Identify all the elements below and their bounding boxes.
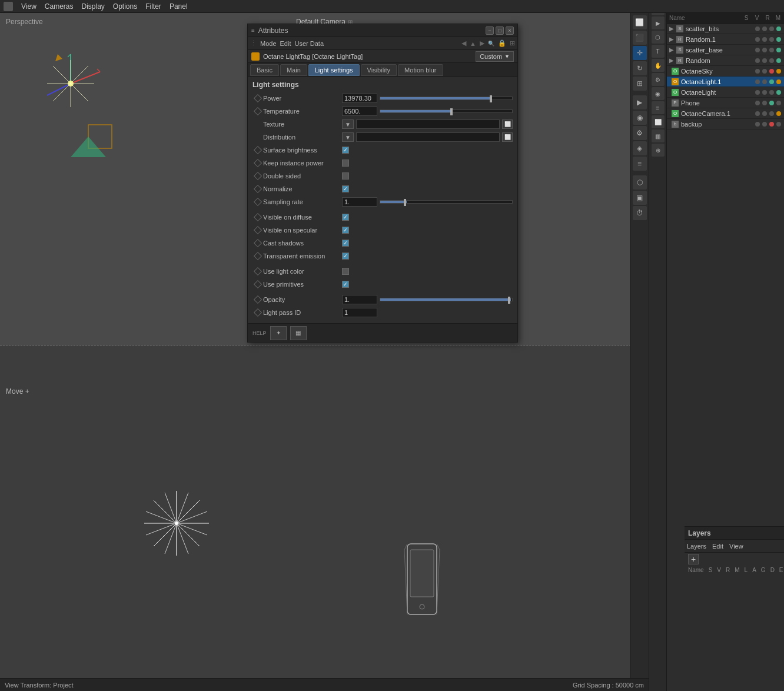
- scene-item-octanecamera1[interactable]: O OctaneCamera.1: [667, 108, 784, 119]
- menu-display[interactable]: Display: [81, 2, 104, 11]
- prop-label-visible-diffuse: Visible on diffuse: [263, 214, 340, 221]
- tool-icon-camera2[interactable]: ◉: [633, 111, 647, 125]
- attr-menu-mode[interactable]: Mode: [260, 40, 277, 47]
- attr-nav-forward[interactable]: ▶: [480, 39, 484, 47]
- tab-main[interactable]: Main: [280, 64, 307, 76]
- tab-light-settings[interactable]: Light settings: [308, 64, 360, 76]
- menu-panel[interactable]: Panel: [170, 2, 188, 11]
- scene-item-octanesky[interactable]: O OctaneSky: [667, 66, 784, 77]
- menu-view[interactable]: View: [21, 2, 36, 11]
- prop-value-sampling-rate[interactable]: 1.: [342, 197, 377, 207]
- prop-checkbox-normalize[interactable]: [342, 185, 349, 192]
- rp-icon-2[interactable]: ▶: [652, 16, 665, 29]
- tool-icon-settings2[interactable]: ⚙: [633, 126, 647, 140]
- tool-icon-scene[interactable]: ⬡: [633, 175, 647, 190]
- prop-slider-sampling-rate[interactable]: [380, 200, 513, 204]
- svg-line-30: [146, 511, 177, 523]
- prop-row-surface-brightness: Surface brightness: [253, 144, 513, 156]
- scene-item-octanelight[interactable]: O OctaneLight: [667, 87, 784, 98]
- tool-icon-scale[interactable]: ⊞: [633, 77, 647, 91]
- attr-nav-up[interactable]: ▲: [470, 40, 476, 47]
- prop-checkbox-double-sided[interactable]: [342, 172, 349, 180]
- tool-icon-move[interactable]: ✛: [633, 46, 647, 60]
- layers-menu-view[interactable]: View: [729, 543, 743, 550]
- tool-icon-cube[interactable]: ⬜: [633, 15, 647, 29]
- tool-icon-timeline[interactable]: ⏱: [633, 206, 647, 220]
- prop-slider-opacity[interactable]: [380, 298, 513, 301]
- prop-distribution-field[interactable]: [356, 132, 500, 142]
- tool-icon-layers2b[interactable]: ≡: [633, 157, 647, 171]
- prop-diamond-light-pass-id: [254, 308, 262, 317]
- prop-checkbox-visible-diffuse[interactable]: [342, 214, 349, 221]
- tool-icon-render[interactable]: ▶: [633, 95, 647, 109]
- rp-icon-4[interactable]: T: [652, 45, 665, 58]
- scene-item-random[interactable]: ▶ R Random: [667, 55, 784, 66]
- scene-item-scatter-base[interactable]: ▶ S scatter_base: [667, 45, 784, 55]
- attr-minimize-button[interactable]: −: [486, 26, 494, 35]
- prop-slider-temperature[interactable]: [380, 109, 513, 113]
- attr-menu-edit[interactable]: Edit: [280, 40, 291, 47]
- prop-checkbox-visible-specular[interactable]: [342, 227, 349, 234]
- prop-row-keep-instance-power: Keep instance power: [253, 157, 513, 169]
- prop-dropdown-texture[interactable]: ▼: [342, 119, 354, 129]
- rp-icon-8[interactable]: ≡: [652, 101, 665, 114]
- attr-expand-icon[interactable]: ⊞: [510, 39, 515, 47]
- rp-icon-10[interactable]: ▦: [652, 129, 665, 142]
- rp-icon-11[interactable]: ⊕: [652, 144, 665, 157]
- prop-slider-power[interactable]: [380, 97, 513, 100]
- svg-line-9: [71, 84, 88, 101]
- tool-icon-material[interactable]: ◈: [633, 141, 647, 155]
- rp-icon-3[interactable]: ⬡: [652, 31, 665, 44]
- layers-menu-edit[interactable]: Edit: [712, 543, 723, 550]
- scene-item-scatter-bits[interactable]: ▶ S scatter_bits: [667, 24, 784, 34]
- tool-icon-objects[interactable]: ▣: [633, 191, 647, 205]
- prop-diamond-power: [254, 94, 262, 102]
- tab-visibility[interactable]: Visibility: [361, 64, 397, 76]
- help-icon-2[interactable]: ▦: [290, 326, 307, 340]
- attr-preset-dropdown[interactable]: Custom ▼: [476, 51, 514, 62]
- menu-options[interactable]: Options: [113, 2, 137, 11]
- prop-checkbox-cast-shadows[interactable]: [342, 240, 349, 247]
- prop-checkbox-use-primitives[interactable]: [342, 281, 349, 288]
- svg-point-36: [420, 604, 424, 609]
- tab-motion-blur[interactable]: Motion blur: [398, 64, 443, 76]
- attr-close-button[interactable]: ×: [506, 26, 514, 35]
- prop-value-temperature[interactable]: 6500.: [342, 107, 377, 116]
- scene-item-phone[interactable]: P Phone: [667, 98, 784, 108]
- rp-icon-5[interactable]: ✋: [652, 59, 665, 72]
- prop-value-light-pass-id[interactable]: 1: [342, 308, 377, 317]
- help-icon-1[interactable]: ✦: [270, 326, 287, 340]
- rp-icon-7[interactable]: ◉: [652, 87, 665, 100]
- prop-checkbox-keep-instance-power[interactable]: [342, 160, 349, 167]
- attr-search-icon[interactable]: 🔍: [488, 41, 494, 46]
- scene-item-backup[interactable]: b backup: [667, 119, 784, 129]
- attr-lock-icon[interactable]: 🔒: [498, 39, 506, 47]
- menu-filter[interactable]: Filter: [145, 2, 161, 11]
- move-label[interactable]: Move +: [6, 387, 29, 396]
- prop-row-distribution: Distribution ▼ ⬜: [253, 131, 513, 143]
- prop-distribution-browse[interactable]: ⬜: [502, 132, 513, 142]
- rp-icon-6[interactable]: ⚙: [652, 73, 665, 86]
- tab-basic[interactable]: Basic: [250, 64, 279, 76]
- tool-icon-select[interactable]: ⬛: [633, 31, 647, 45]
- prop-texture-browse[interactable]: ⬜: [502, 119, 513, 129]
- attr-maximize-button[interactable]: □: [496, 26, 504, 35]
- attr-menu-userdata[interactable]: User Data: [295, 40, 324, 47]
- rp-icon-9[interactable]: ⬜: [652, 115, 665, 128]
- prop-checkbox-transparent-emission[interactable]: [342, 253, 349, 260]
- prop-value-power[interactable]: 13978.30: [342, 94, 377, 103]
- attr-nav-back[interactable]: ◀: [461, 39, 466, 47]
- prop-texture-field[interactable]: [356, 119, 500, 129]
- prop-value-opacity[interactable]: 1.: [342, 295, 377, 304]
- layers-add-button[interactable]: +: [688, 554, 699, 564]
- prop-checkbox-use-light-color[interactable]: [342, 268, 349, 275]
- tool-icon-rotate[interactable]: ↻: [633, 61, 647, 75]
- prop-checkbox-surface-brightness[interactable]: [342, 147, 349, 154]
- prop-dropdown-distribution[interactable]: ▼: [342, 132, 354, 142]
- scene-item-random1[interactable]: ▶ R Random.1: [667, 34, 784, 45]
- layers-menu-layers[interactable]: Layers: [687, 543, 706, 550]
- menu-cameras[interactable]: Cameras: [45, 2, 74, 11]
- attr-titlebar[interactable]: ≡ Attributes − □ ×: [248, 24, 517, 37]
- prop-row-visible-diffuse: Visible on diffuse: [253, 211, 513, 223]
- scene-item-octanelight1[interactable]: O OctaneLight.1: [667, 77, 784, 87]
